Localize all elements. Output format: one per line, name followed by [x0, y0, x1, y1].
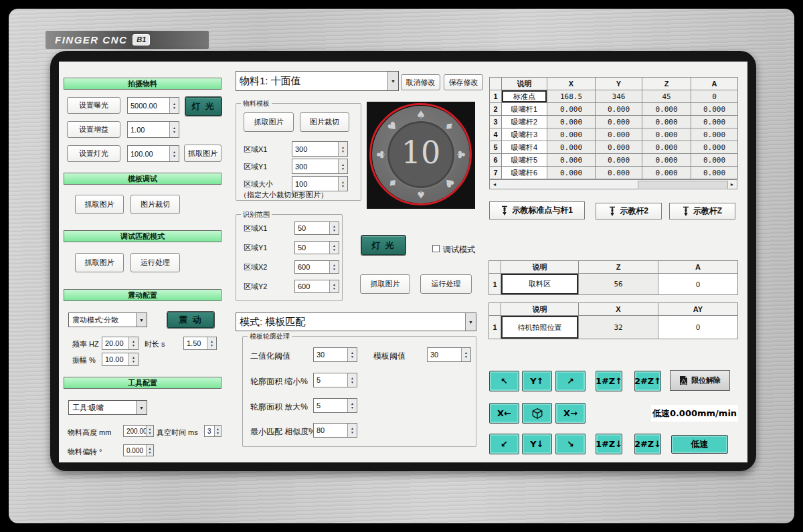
spin-down-icon[interactable]: ▼ [351, 355, 354, 359]
set-gain-button[interactable]: 设置增益 [67, 121, 120, 138]
spin-down-icon[interactable]: ▼ [333, 267, 336, 271]
material-height-spinner[interactable]: ▲▼ [146, 426, 153, 436]
vibrate-button[interactable]: 震 动 [167, 312, 214, 328]
rec-y1-input[interactable]: 50 ▲▼ [294, 241, 339, 254]
spin-down-icon[interactable]: ▼ [149, 450, 152, 454]
low-speed-toggle-button[interactable]: 低速 [671, 435, 728, 454]
match-mode-value[interactable]: 模式: 模板匹配 [240, 316, 305, 329]
region-y1-value[interactable]: 300 [292, 159, 338, 173]
z-cell[interactable]: 45 [642, 90, 691, 103]
vacuum-time-spinner[interactable]: ▲▼ [214, 426, 221, 436]
spin-down-icon[interactable]: ▼ [173, 106, 176, 110]
debug-mode-checkbox[interactable] [432, 245, 440, 252]
rec-y2-input[interactable]: 600 ▲▼ [294, 280, 339, 293]
contour-shrink-value[interactable]: 5 [314, 373, 347, 387]
save-changes-button[interactable]: 保存修改 [444, 74, 483, 90]
spin-down-icon[interactable]: ▼ [333, 248, 336, 252]
spin-down-icon[interactable]: ▼ [132, 359, 135, 363]
tool-select-value[interactable]: 工具:吸嘴 [72, 403, 104, 413]
contour-enlarge-input[interactable]: 5 ▲▼ [313, 398, 357, 413]
amplitude-spinner[interactable]: ▲▼ [128, 353, 138, 365]
region-x1-value[interactable]: 300 [292, 142, 338, 156]
row-number[interactable]: 2 [490, 103, 502, 116]
spin-down-icon[interactable]: ▼ [341, 184, 345, 188]
mt-crop-image-button[interactable]: 图片裁切 [300, 112, 349, 132]
point-name-cell[interactable]: 吸嘴杆2 [502, 116, 547, 128]
jog-z2-down-button[interactable]: 2#Z↓ [634, 434, 661, 454]
teach-rod2-button[interactable]: 示教杆2 [596, 203, 662, 219]
vacuum-time-input[interactable]: 3 ▲▼ [204, 425, 221, 437]
x-cell[interactable]: 168.5 [547, 90, 596, 103]
debug-run-process-button[interactable]: 运行处理 [130, 253, 180, 272]
a-cell[interactable]: 0.000 [691, 128, 738, 141]
contour-enlarge-value[interactable]: 5 [314, 399, 347, 412]
vibration-mode-value[interactable]: 震动模式:分散 [72, 315, 118, 325]
jog-z2-up-button[interactable]: 2#Z↑ [634, 371, 661, 391]
jog-up-right-button[interactable]: ↗ [555, 371, 586, 391]
spin-down-icon[interactable]: ▼ [132, 343, 135, 347]
material-height-input[interactable]: 200.000 ▲▼ [123, 425, 154, 437]
row-number[interactable]: 1 [489, 274, 501, 295]
match-mode-select[interactable]: 模式: 模板匹配 ▼ [236, 313, 476, 331]
rec-x2-input[interactable]: 600 ▲▼ [294, 260, 339, 274]
row-number[interactable]: 1 [489, 316, 501, 339]
a-cell[interactable]: 0.000 [691, 141, 738, 154]
scrollbar-thumb[interactable] [638, 181, 728, 189]
row-number[interactable]: 1 [490, 90, 502, 103]
amplitude-value[interactable]: 10.00 [102, 353, 128, 365]
region-x1-spinner[interactable]: ▲▼ [338, 142, 347, 156]
center-run-process-button[interactable]: 运行处理 [420, 274, 472, 294]
light-level-spinner[interactable]: ▲▼ [169, 146, 179, 161]
spin-down-icon[interactable]: ▼ [149, 431, 152, 435]
row-number[interactable]: 3 [490, 116, 502, 128]
rec-y1-spinner[interactable]: ▲▼ [329, 242, 339, 254]
rec-y2-spinner[interactable]: ▲▼ [329, 280, 339, 292]
x-cell[interactable]: 0.000 [547, 128, 596, 141]
gain-value[interactable]: 1.00 [128, 122, 169, 137]
rec-x1-spinner[interactable]: ▲▼ [329, 222, 339, 234]
material-deflect-spinner[interactable]: ▲▼ [146, 445, 153, 456]
x-cell[interactable]: 0.000 [547, 167, 596, 179]
y-cell[interactable]: 0.000 [596, 154, 642, 167]
scroll-right-icon[interactable]: ► [727, 180, 737, 189]
binary-threshold-spinner[interactable]: ▲▼ [347, 348, 357, 361]
spin-down-icon[interactable]: ▼ [210, 343, 213, 347]
a-cell[interactable]: 0.000 [691, 167, 738, 179]
z-cell[interactable]: 0.000 [642, 141, 691, 154]
duration-spinner[interactable]: ▲▼ [207, 337, 216, 349]
y-cell[interactable]: 346 [596, 90, 642, 103]
jog-y-minus-button[interactable]: Y↓ [522, 434, 552, 454]
region-x1-input[interactable]: 300 ▲▼ [292, 141, 348, 157]
material-select[interactable]: 物料1: 十面值 ▼ [236, 71, 399, 91]
standby-name-cell[interactable]: 待机拍照位置 [501, 316, 579, 339]
material-deflect-input[interactable]: 0.000 ▲▼ [123, 444, 154, 456]
set-light-button[interactable]: 设置灯光 [67, 145, 120, 162]
scroll-left-icon[interactable]: ◄ [490, 180, 499, 189]
spin-down-icon[interactable]: ▼ [173, 130, 176, 134]
chevron-down-icon[interactable]: ▼ [387, 72, 398, 90]
spin-down-icon[interactable]: ▼ [341, 149, 345, 153]
teach-rodz-button[interactable]: 示教杆Z [669, 203, 735, 219]
frequency-input[interactable]: 20.00 ▲▼ [102, 337, 139, 350]
region-size-value[interactable]: 100 [292, 177, 338, 191]
y-cell[interactable]: 0.000 [596, 141, 642, 154]
rec-x1-value[interactable]: 50 [295, 222, 329, 234]
min-match-value[interactable]: 80 [314, 424, 347, 437]
region-size-input[interactable]: 100 ▲▼ [292, 176, 348, 191]
spin-down-icon[interactable]: ▼ [351, 430, 354, 434]
binary-threshold-value[interactable]: 30 [314, 348, 347, 361]
spin-down-icon[interactable]: ▼ [333, 228, 336, 232]
point-name-cell[interactable]: 吸嘴杆5 [502, 154, 547, 167]
center-grab-image-button[interactable]: 抓取图片 [360, 274, 410, 294]
material-height-value[interactable]: 200.000 [124, 426, 146, 436]
chevron-down-icon[interactable]: ▼ [465, 313, 476, 331]
template-threshold-value[interactable]: 30 [428, 348, 461, 361]
rec-x2-spinner[interactable]: ▲▼ [329, 261, 339, 273]
light-toggle-button-2[interactable]: 灯 光 [361, 236, 406, 255]
ay-cell[interactable]: 0 [658, 316, 738, 339]
template-threshold-input[interactable]: 30 ▲▼ [427, 347, 471, 362]
mt-grab-image-button[interactable]: 抓取图片 [244, 112, 294, 132]
z-cell[interactable]: 0.000 [642, 167, 691, 179]
material-deflect-value[interactable]: 0.000 [124, 445, 146, 456]
exposure-spinner[interactable]: ▲▼ [169, 98, 179, 113]
